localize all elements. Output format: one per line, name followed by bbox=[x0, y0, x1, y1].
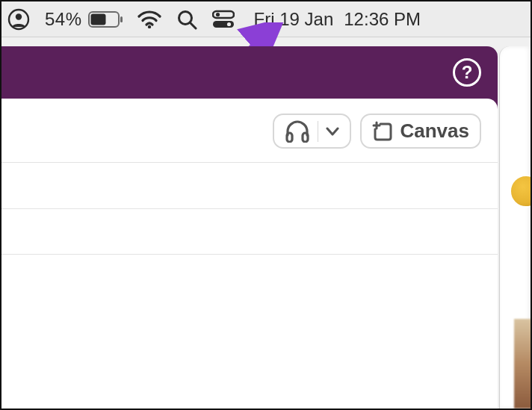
background-window bbox=[499, 46, 531, 409]
user-account-icon[interactable] bbox=[7, 8, 30, 31]
macos-menubar: 54% Fri 19 Jan 12:36 PM bbox=[1, 1, 531, 37]
canvas-label: Canvas bbox=[400, 119, 470, 143]
svg-rect-14 bbox=[303, 133, 308, 142]
canvas-add-icon bbox=[372, 121, 393, 142]
svg-rect-4 bbox=[90, 13, 105, 25]
svg-point-11 bbox=[226, 22, 230, 25]
control-center-icon[interactable] bbox=[212, 10, 235, 29]
canvas-button[interactable]: Canvas bbox=[360, 114, 482, 149]
wifi-icon[interactable] bbox=[137, 10, 161, 28]
avatar bbox=[510, 175, 532, 208]
list-item[interactable] bbox=[1, 208, 498, 255]
svg-point-1 bbox=[16, 13, 22, 19]
slack-body: Canvas bbox=[1, 99, 498, 409]
menubar-date: Fri 19 Jan bbox=[254, 9, 334, 30]
background-image-edge bbox=[514, 319, 532, 409]
battery-icon bbox=[88, 11, 123, 28]
spotlight-search-icon[interactable] bbox=[176, 9, 197, 30]
content-row-list bbox=[1, 162, 498, 255]
svg-point-5 bbox=[147, 25, 150, 28]
menubar-time: 12:36 PM bbox=[344, 9, 421, 30]
chevron-down-icon bbox=[326, 126, 339, 137]
menubar-datetime[interactable]: Fri 19 Jan 12:36 PM bbox=[254, 9, 421, 30]
headphones-icon bbox=[285, 120, 310, 143]
help-icon: ? bbox=[462, 62, 473, 83]
svg-line-7 bbox=[191, 23, 196, 28]
svg-rect-13 bbox=[287, 133, 292, 142]
huddle-button[interactable] bbox=[273, 114, 351, 149]
slack-window: ? Canvas bbox=[1, 46, 498, 409]
slack-titlebar: ? bbox=[1, 46, 498, 99]
channel-toolbar: Canvas bbox=[1, 99, 498, 162]
battery-status[interactable]: 54% bbox=[45, 9, 123, 30]
svg-point-9 bbox=[215, 12, 219, 16]
list-item[interactable] bbox=[1, 162, 498, 208]
help-button[interactable]: ? bbox=[453, 58, 481, 87]
svg-rect-3 bbox=[120, 16, 123, 22]
battery-percent: 54% bbox=[45, 9, 82, 30]
divider bbox=[318, 121, 318, 142]
